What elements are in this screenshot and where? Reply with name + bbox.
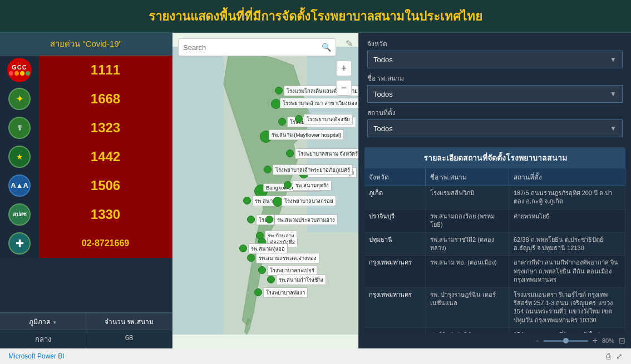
table-row: ปทุมธานี รพ.สนามราชวิถี2 (ดลองหลวง) 62/3…: [364, 233, 625, 256]
main-container: รายงานแสดงพื้นที่ที่มีการจัดตั้งโรงพยาบา…: [0, 0, 631, 364]
fullscreen-icon[interactable]: ⊡: [619, 336, 625, 345]
map-marker-8[interactable]: โรงพยาบาลเจ้าพระยาอภัยภูเบศร์: [264, 166, 272, 173]
location-filter-value: Todos: [373, 124, 393, 133]
agency-number-5: 1506: [39, 171, 172, 200]
agency-number-1: 1111: [39, 56, 172, 84]
chevron-down-icon-2: ▼: [610, 90, 617, 98]
powerbi-link[interactable]: Microsoft Power BI: [8, 352, 65, 360]
map-marker-17[interactable]: รพ.สนามทุ่งยอ: [239, 245, 247, 252]
map-marker-19[interactable]: โรงพยาบาลกะเปอร์: [258, 266, 266, 274]
map-marker-21[interactable]: โรงพยาบาลพังงา: [254, 288, 262, 296]
location-cell: 187/5 ถนนราษฎรภัรอุทิศ 200 ปี ต.ปาตอง อ.…: [509, 186, 625, 209]
map-marker-4[interactable]: รพ.สนาม (Mayflower hospital): [260, 131, 272, 143]
hospital-cell: รพ.สนาม ทอ. (ตอนเมือง): [426, 256, 509, 287]
hospital-col-header: ชื่อ รพ.สนาม: [426, 168, 509, 186]
map-marker-10[interactable]: รพ สนามราวิถี: [243, 197, 251, 205]
gcc-icon: GCC: [7, 58, 32, 82]
map-marker-5[interactable]: โรงพยาบาลต้องชัย: [295, 115, 303, 123]
map-panel[interactable]: 🔍 ✎ + − โรงแรมโกลเด้นแลนด์ เชียงราย: [172, 33, 358, 348]
ddc-icon: ☤: [8, 117, 31, 139]
list-item[interactable]: GCC 1111: [0, 56, 172, 84]
list-item[interactable]: ✚ 02-8721669: [0, 229, 172, 258]
map-marker-3[interactable]: โรงพยาบาลสนามหนองคาย: [278, 118, 286, 126]
zoom-slider-thumb: [563, 338, 569, 343]
region-cell-count: 68: [86, 330, 172, 348]
province-filter-dropdown[interactable]: Todos ▼: [367, 51, 623, 68]
chevron-down-icon-3: ▼: [610, 124, 617, 132]
agency-logo-hss: สปสช: [0, 200, 39, 229]
list-item[interactable]: สปสช 1330: [0, 200, 172, 229]
edit-icon[interactable]: ✎: [346, 38, 353, 49]
map-marker-15[interactable]: รพ.สนามกุดรัง: [284, 181, 292, 189]
map-marker-2[interactable]: โรงพยาบาลล้านา สาขาเวียงยอง: [271, 99, 281, 109]
region-table: ภูมิภาค ▼ จำนวน รพ.สนาม กลาง 68: [0, 312, 172, 348]
list-item[interactable]: ☤ 1323: [0, 113, 172, 142]
footer-icons: ⎙ ⤢: [606, 352, 623, 361]
map-label-4: รพ.สนาม (Mayflower hospital): [269, 129, 344, 140]
ndwc-icon: ★: [8, 146, 31, 168]
map-label-20: รพ.สนามกำโรงช้าง: [276, 275, 326, 285]
agency-number-3: 1323: [39, 113, 172, 142]
location-col-header: สถานที่ตั้ง: [509, 168, 625, 186]
table-row: กลาง 68: [0, 330, 172, 348]
map-marker-20[interactable]: รพ.สนามกำโรงช้าง: [267, 276, 275, 283]
table-row: กรุงเทพมหานคร รพ.สนาม ทอ. (ตอนเมือง) อาค…: [364, 256, 625, 287]
hospital-filter-dropdown[interactable]: Todos ▼: [367, 85, 623, 103]
map-search-bar[interactable]: 🔍: [178, 38, 336, 56]
map-marker-18[interactable]: รพ.สนาม2รพ.สต.อ่างทอง: [247, 254, 255, 262]
footer: Microsoft Power BI ⎙ ⤢: [0, 348, 631, 364]
location-cell: 154 ถนนพระรามที่1 แขวงวังใหม่ เขต ปทุมวั…: [509, 328, 625, 333]
map-label-17: รพ.สนามทุ่งยอ: [248, 243, 288, 254]
zoom-in-button[interactable]: +: [336, 61, 352, 76]
agency-logo-niems: A▲A: [0, 171, 39, 200]
location-cell: ค่ายพรหมโยธี: [509, 210, 625, 232]
location-cell: โรงแรมมอนตรา รีเวอร์ไซด์ กรุงเทพ รีสอร์ท…: [509, 288, 625, 328]
share-icon[interactable]: ⎙: [606, 352, 610, 361]
search-input[interactable]: [183, 43, 322, 52]
zoom-out-button[interactable]: −: [336, 80, 352, 96]
map-label-5: โรงพยาบาลต้องชัย: [304, 114, 353, 124]
zoom-control-bar: - + 80% ⊡: [359, 333, 631, 348]
agency-logo-gcc: GCC: [0, 56, 39, 84]
agency-list: GCC 1111: [0, 56, 172, 312]
province-col-header: จังหวัด: [364, 168, 426, 186]
left-panel: สายด่วน "Covid-19" GCC: [0, 33, 172, 348]
region-col-header: ภูมิภาค ▼: [0, 313, 86, 330]
table-row: กรุงเทพมหานคร รพ. บำรุงราษฎร์ฉิน เดอร์เน…: [364, 288, 625, 328]
hospital-cell: รพ. บำรุงราษฎร์ฉิน เดอร์เนชั่นแนล: [426, 288, 509, 328]
hospital-cell: โรงแรมสลีฟวิภมิ: [426, 186, 509, 209]
sort-icon[interactable]: ▼: [52, 320, 57, 325]
agency-number-4: 1442: [39, 142, 172, 171]
table-row: ภูเก็ต โรงแรมสลีฟวิภมิ 187/5 ถนนราษฎรภัร…: [364, 186, 625, 210]
agency-logo-emergency: ✚: [0, 229, 39, 258]
hotline-header: สายด่วน "Covid-19": [0, 33, 172, 56]
map-marker-11[interactable]: โรงพยาบาลบางกรอย: [273, 197, 283, 207]
location-filter-dropdown[interactable]: Todos ▼: [367, 119, 623, 137]
chevron-down-icon: ▼: [610, 56, 617, 63]
zoom-slider[interactable]: [544, 340, 588, 342]
zoom-minus-icon[interactable]: -: [536, 336, 539, 346]
map-marker-1[interactable]: โรงแรมโกลเด้นแลนด์ เชียงราย: [275, 87, 283, 94]
agency-number-7: 02-8721669: [39, 229, 172, 258]
region-table-header: ภูมิภาค ▼ จำนวน รพ.สนาม: [0, 313, 172, 330]
hotline-highlight: "Covid-19": [82, 39, 122, 48]
hospital-cell: ศูนย์รับส่งต่อผู้ป่วย กระทรวงสาธารณสุข น…: [426, 328, 509, 333]
emergency-icon: ✚: [8, 232, 31, 255]
right-panel: จังหวัด Todos ▼ ชื่อ รพ.สนาม Todos ▼ สถา…: [358, 33, 631, 348]
agency-logo-ndwc: ★: [0, 142, 39, 171]
list-item[interactable]: A▲A 1506: [0, 171, 172, 200]
content-area: สายด่วน "Covid-19" GCC: [0, 33, 631, 348]
province-filter-label: จังหวัด: [367, 38, 623, 49]
list-item[interactable]: ★ 1442: [0, 142, 172, 171]
map-marker-13[interactable]: รพ.สนามประจวบสามอ่าง: [265, 216, 273, 223]
hospital-filter-label: ชื่อ รพ.สนาม: [367, 73, 623, 83]
hss-icon: สปสช: [8, 203, 31, 226]
zoom-plus-icon[interactable]: +: [593, 336, 598, 346]
list-item[interactable]: ✦ 1668: [0, 84, 172, 113]
agency-number-2: 1668: [39, 84, 172, 113]
map-label-11: โรงพยาบาลบางกรอย: [282, 196, 336, 206]
map-marker-6[interactable]: โรงพยาบาลสนาม จังหวัดร้อยเอ็ด: [286, 149, 294, 157]
map-marker-12[interactable]: โรงแรม บ้านไทย ภูเก็ต: [247, 216, 255, 223]
province-cell: ปทุมธานี: [364, 233, 426, 256]
expand-icon[interactable]: ⤢: [616, 352, 623, 361]
